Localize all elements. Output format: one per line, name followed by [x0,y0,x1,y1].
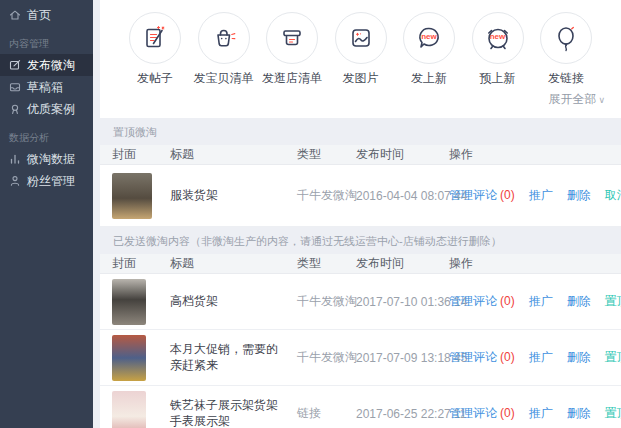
sidebar-item-label: 微淘数据 [27,151,75,168]
expand-all-link[interactable]: 展开全部 ∨ [548,91,605,108]
column-cover: 封面 [112,146,170,163]
expand-all-label: 展开全部 [548,91,596,108]
comment-count: (0) [500,350,515,364]
post-icon [129,12,181,64]
shop-list-icon [266,12,318,64]
fans-icon [9,175,21,187]
column-actions: 操作 [449,255,621,272]
comment-count: (0) [500,406,515,420]
delete-link[interactable]: 删除 [567,405,591,422]
cover-thumbnail[interactable] [112,279,146,325]
sidebar-item-label: 粉丝管理 [27,173,75,190]
new-badge: new [490,32,506,41]
delete-link[interactable]: 删除 [567,349,591,366]
row-title: 本月大促销，需要的亲赶紧来 [170,342,297,373]
column-type: 类型 [297,146,356,163]
promote-link[interactable]: 推广 [529,187,553,204]
action-label: 发帖子 [137,70,173,87]
compose-icon [9,59,21,71]
row-actions: 管理评论(0) 推广 删除 置顶 [449,349,621,366]
action-label: 发逛店清单 [262,70,322,87]
pin-link[interactable]: 置顶 [605,293,621,310]
action-label: 发上新 [411,70,447,87]
cover-thumbnail[interactable] [112,335,146,381]
action-shop-list[interactable]: 发逛店清单 [259,12,325,87]
manage-comments-link[interactable]: 管理评论(0) [449,187,515,204]
delete-link[interactable]: 删除 [567,293,591,310]
item-list-icon [198,12,250,64]
row-type: 链接 [297,405,356,422]
publish-time: 2017-06-25 22:27:11 [356,407,449,421]
column-title: 标题 [170,146,297,163]
sidebar-section-analytics: 数据分析 [9,131,93,145]
row-actions: 管理评论(0) 推广 删除 置顶 [449,293,621,310]
column-title: 标题 [170,255,297,272]
sidebar-section-content: 内容管理 [9,37,93,51]
pin-link[interactable]: 置顶 [605,349,621,366]
picture-icon [335,12,387,64]
comment-count: (0) [500,294,515,308]
expand-row: 展开全部 ∨ [114,91,607,108]
unpin-link[interactable]: 取消置顶 [605,187,621,204]
sidebar: 首页 内容管理 发布微淘 草稿箱 [0,0,93,428]
home-icon [9,9,21,21]
sidebar-item-drafts[interactable]: 草稿箱 [0,76,93,98]
action-link[interactable]: 发链接 [533,12,599,87]
quick-actions-card: 发帖子 发宝贝清单 [100,0,621,118]
action-new-arrival[interactable]: new 发上新 [396,12,462,87]
row-actions: 管理评论(0) 推广 删除 取消置顶 [449,187,621,204]
weitao-admin-page: 首页 内容管理 发布微淘 草稿箱 [0,0,621,428]
quick-actions-row: 发帖子 发宝贝清单 [114,12,607,87]
promote-link[interactable]: 推广 [529,293,553,310]
row-type: 千牛发微淘 [297,349,356,366]
sidebar-item-label: 发布微淘 [27,57,75,74]
sidebar-item-quality-cases[interactable]: 优质案例 [0,98,93,120]
promote-link[interactable]: 推广 [529,405,553,422]
sent-table: 封面 标题 类型 发布时间 操作 高档货架 千牛发微淘 2017-07-10 0… [100,254,621,428]
manage-comments-link[interactable]: 管理评论(0) [449,293,515,310]
sidebar-item-weitao-data[interactable]: 微淘数据 [0,148,93,170]
pin-link[interactable]: 置顶 [605,405,621,422]
action-item-list[interactable]: 发宝贝清单 [191,12,257,87]
column-cover: 封面 [112,255,170,272]
draftbox-icon [9,81,21,93]
row-type: 千牛发微淘 [297,293,356,310]
cover-thumbnail[interactable] [112,173,152,219]
column-publish-time: 发布时间 [356,146,449,163]
link-icon [540,12,592,64]
column-type: 类型 [297,255,356,272]
sidebar-item-fans[interactable]: 粉丝管理 [0,170,93,192]
table-row: 高档货架 千牛发微淘 2017-07-10 01:36:14 管理评论(0) 推… [100,274,621,330]
manage-comments-link[interactable]: 管理评论(0) [449,405,515,422]
table-row: 铁艺袜子展示架货架手表展示架 链接 2017-06-25 22:27:11 管理… [100,386,621,428]
sidebar-item-label: 首页 [27,7,51,24]
pre-arrival-icon: new [472,12,524,64]
publish-time: 2017-07-09 13:18:45 [356,351,449,365]
cover-thumbnail[interactable] [112,391,146,428]
main-content: 发帖子 发宝贝清单 [93,0,621,428]
pinned-section-title: 置顶微淘 [100,118,621,145]
action-label: 发宝贝清单 [194,70,254,87]
new-badge: new [421,32,437,41]
sent-section-title: 已发送微淘内容（非微淘生产的内容，请通过无线运营中心-店铺动态进行删除） [100,227,621,254]
action-label: 预上新 [480,70,516,87]
promote-link[interactable]: 推广 [529,349,553,366]
new-arrival-icon: new [403,12,455,64]
sidebar-item-label: 优质案例 [27,101,75,118]
sidebar-item-publish-weitao[interactable]: 发布微淘 [0,54,93,76]
action-label: 发图片 [343,70,379,87]
publish-time: 2017-07-10 01:36:14 [356,295,449,309]
sidebar-item-home[interactable]: 首页 [0,4,93,26]
row-type: 千牛发微淘 [297,187,356,204]
manage-comments-link[interactable]: 管理评论(0) [449,349,515,366]
table-row: 本月大促销，需要的亲赶紧来 千牛发微淘 2017-07-09 13:18:45 … [100,330,621,386]
action-picture[interactable]: 发图片 [328,12,394,87]
table-header: 封面 标题 类型 发布时间 操作 [100,145,621,165]
action-pre-arrival[interactable]: new 预上新 [465,12,531,87]
action-post[interactable]: 发帖子 [122,12,188,87]
row-actions: 管理评论(0) 推广 删除 置顶 [449,405,621,422]
sidebar-item-label: 草稿箱 [27,79,63,96]
comment-count: (0) [500,188,515,202]
delete-link[interactable]: 删除 [567,187,591,204]
table-header: 封面 标题 类型 发布时间 操作 [100,254,621,274]
